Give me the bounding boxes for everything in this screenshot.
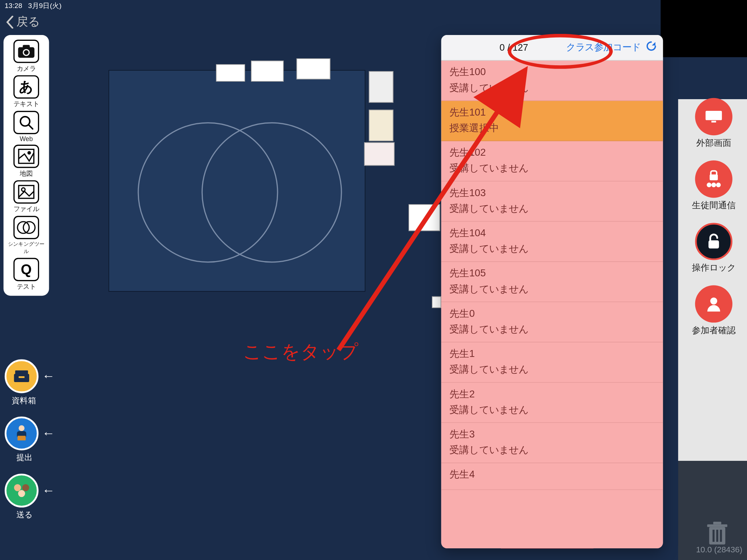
back-button[interactable]: 戻る	[6, 14, 40, 30]
list-item[interactable]: 先生100受講していません	[441, 61, 663, 101]
back-label: 戻る	[16, 14, 40, 30]
card-thumb[interactable]	[364, 142, 394, 166]
svg-rect-33	[707, 524, 727, 527]
tool-file[interactable]: ファイル	[6, 180, 47, 213]
svg-point-31	[710, 298, 717, 304]
tool-web[interactable]: Web	[6, 111, 47, 142]
list-item-name: 先生4	[449, 468, 655, 481]
list-item-name: 先生1	[449, 347, 655, 361]
list-item[interactable]: 先生3受講していません	[441, 423, 663, 463]
card-thumb[interactable]	[251, 61, 284, 82]
card-thumb[interactable]	[216, 64, 245, 82]
tool-text[interactable]: あ テキスト	[6, 75, 47, 108]
card-thumb[interactable]	[432, 296, 441, 308]
text-icon: あ	[19, 78, 34, 96]
list-item[interactable]: 先生105受講していません	[441, 262, 663, 302]
list-item-name: 先生100	[449, 65, 655, 79]
svg-line-5	[28, 125, 32, 129]
svg-rect-36	[716, 530, 719, 542]
svg-rect-8	[19, 186, 34, 198]
materials-label: 資料箱	[12, 396, 36, 406]
status-date: 3月9日(火)	[28, 2, 62, 10]
svg-rect-34	[713, 522, 721, 524]
list-item[interactable]: 先生103受講していません	[441, 182, 663, 222]
participants-button[interactable]: 参加者確認	[692, 285, 736, 336]
participants-popup: 0 / 127 クラス参加コード 先生100受講していません先生101授業選択中…	[441, 35, 663, 548]
svg-rect-26	[710, 174, 718, 180]
list-item[interactable]: 先生101授業選択中	[441, 101, 663, 141]
list-item[interactable]: 先生0受講していません	[441, 302, 663, 342]
svg-point-21	[138, 123, 278, 262]
list-item-name: 先生2	[449, 387, 655, 401]
screen-icon	[704, 109, 724, 125]
list-item-status: 受講していません	[449, 443, 655, 457]
svg-point-15	[19, 425, 24, 431]
svg-point-28	[711, 183, 716, 187]
lock-people-icon	[703, 168, 724, 190]
list-item[interactable]: 先生1受講していません	[441, 342, 663, 382]
arrow-left-icon: ←	[42, 426, 55, 441]
tool-map[interactable]: 地図	[6, 145, 47, 178]
submit-person-icon	[11, 423, 32, 444]
list-item[interactable]: 先生4	[441, 463, 663, 490]
arrow-left-icon: ←	[42, 483, 55, 498]
list-item-status: 受講していません	[449, 81, 655, 94]
svg-rect-24	[711, 121, 716, 122]
status-time: 13:28	[5, 2, 22, 10]
svg-point-3	[24, 50, 29, 55]
svg-point-27	[707, 183, 712, 187]
card-thumb[interactable]	[297, 58, 330, 79]
student-comm-button[interactable]: 生徒間通信	[692, 160, 736, 211]
reload-button[interactable]	[646, 40, 657, 55]
list-item[interactable]: 先生104受講していません	[441, 222, 663, 262]
send-people-icon	[10, 481, 33, 500]
list-item-status: 受講していません	[449, 242, 655, 256]
materials-button[interactable]	[5, 359, 39, 393]
lock-button[interactable]: 操作ロック	[692, 223, 736, 273]
svg-point-18	[14, 484, 21, 491]
submit-button[interactable]	[5, 416, 39, 450]
drawer-icon	[12, 368, 31, 385]
popup-count: 0 / 127	[447, 42, 528, 53]
venn-diagram-icon	[109, 71, 365, 291]
svg-rect-37	[720, 530, 722, 542]
send-button[interactable]	[5, 474, 39, 508]
redaction-mask	[661, 0, 747, 57]
tool-test[interactable]: Q テスト	[6, 258, 47, 291]
list-item-status: 受講していません	[449, 282, 655, 296]
tool-thinking[interactable]: シンキングツール	[6, 216, 47, 256]
external-screen-button[interactable]: 外部画面	[695, 98, 732, 149]
list-item-status: 受講していません	[449, 323, 655, 336]
search-icon	[18, 114, 35, 131]
list-item[interactable]: 先生2受講していません	[441, 383, 663, 423]
list-item-status: 受講していません	[449, 162, 655, 175]
venn-canvas[interactable]	[109, 70, 365, 292]
svg-point-29	[716, 183, 721, 187]
reload-icon	[646, 40, 657, 52]
list-item-status: 受講していません	[449, 363, 655, 376]
list-item[interactable]: 先生102受講していません	[441, 141, 663, 181]
list-item-name: 先生0	[449, 307, 655, 320]
popup-list[interactable]: 先生100受講していません先生101授業選択中先生102受講していません先生10…	[441, 61, 663, 548]
svg-rect-30	[708, 240, 719, 248]
list-item-status: 受講していません	[449, 403, 655, 417]
list-item-status: 授業選択中	[449, 121, 655, 135]
send-label: 送る	[16, 510, 33, 520]
tool-camera[interactable]: カメラ	[6, 40, 47, 73]
card-thumb[interactable]	[369, 110, 393, 141]
q-icon: Q	[21, 261, 32, 278]
svg-rect-13	[15, 370, 28, 375]
list-item-name: 先生103	[449, 186, 655, 199]
svg-rect-23	[705, 111, 722, 120]
card-thumb[interactable]	[369, 71, 393, 102]
left-toolbar: カメラ あ テキスト Web 地図 ファイル シンキングツール Q テスト	[4, 35, 49, 296]
chevron-left-icon	[6, 15, 14, 28]
class-code-link[interactable]: クラス参加コード	[566, 42, 641, 54]
map-icon	[18, 148, 35, 164]
venn-icon	[16, 220, 36, 235]
card-thumb[interactable]	[409, 204, 440, 231]
svg-rect-1	[23, 45, 30, 48]
right-buttons: 外部画面 生徒間通信 操作ロック 参加者確認	[683, 98, 745, 336]
list-item-name: 先生104	[449, 226, 655, 240]
image-icon	[18, 184, 35, 200]
